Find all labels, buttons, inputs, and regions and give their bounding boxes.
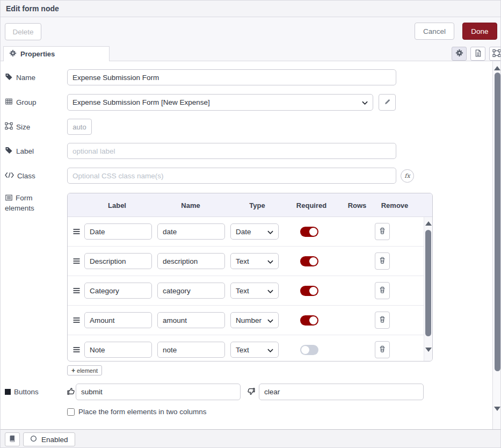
element-name-input[interactable]	[157, 223, 225, 240]
remove-element-button[interactable]	[375, 341, 390, 358]
label-input[interactable]	[67, 143, 396, 159]
required-toggle[interactable]	[300, 286, 318, 296]
element-row: Text	[68, 247, 425, 276]
book-icon	[9, 435, 16, 444]
element-type-select[interactable]: Number	[230, 312, 279, 328]
drag-handle-icon[interactable]	[72, 317, 81, 323]
element-type-select[interactable]: Date	[230, 223, 279, 240]
col-header-label: Label	[108, 201, 126, 209]
appearance-icon	[492, 49, 501, 59]
list-icon	[5, 194, 13, 201]
buttons-field-label: Buttons	[5, 384, 65, 400]
enabled-label: Enabled	[41, 436, 68, 444]
chevron-down-icon	[267, 228, 273, 236]
table-scrollbar[interactable]	[424, 217, 432, 362]
required-toggle[interactable]	[300, 256, 318, 266]
name-field-label: Name	[5, 69, 65, 85]
element-row: Number	[68, 306, 425, 335]
thumbs-down-icon	[246, 387, 256, 396]
element-name-input[interactable]	[157, 283, 225, 299]
plus-icon: +	[71, 367, 75, 374]
col-header-required: Required	[296, 201, 326, 209]
clear-button-input[interactable]	[259, 384, 424, 400]
appearance-tab-button[interactable]	[489, 47, 501, 61]
trash-icon	[379, 227, 386, 236]
status-circle-icon	[30, 435, 37, 444]
chevron-down-icon	[267, 346, 273, 354]
scroll-up-icon[interactable]	[494, 66, 500, 70]
drag-handle-icon[interactable]	[72, 287, 81, 294]
scroll-up-icon[interactable]	[425, 221, 432, 226]
chevron-down-icon	[267, 287, 273, 295]
class-input[interactable]	[67, 168, 396, 184]
element-type-value: Date	[236, 228, 251, 236]
element-label-input[interactable]	[84, 312, 152, 328]
element-type-select[interactable]: Text	[230, 342, 279, 358]
enabled-toggle-button[interactable]: Enabled	[23, 432, 75, 446]
two-columns-checkbox[interactable]	[67, 408, 75, 416]
properties-tab-button[interactable]	[452, 47, 467, 61]
element-row: Text	[68, 335, 425, 362]
element-label-input[interactable]	[84, 283, 152, 299]
element-type-select[interactable]: Text	[230, 253, 279, 269]
done-button[interactable]: Done	[462, 23, 497, 40]
required-toggle[interactable]	[300, 227, 318, 237]
dialog-footer: Enabled	[1, 429, 500, 448]
submit-button-input[interactable]	[76, 384, 241, 400]
scroll-down-icon[interactable]	[494, 407, 500, 411]
element-type-value: Text	[236, 257, 249, 265]
trash-icon	[379, 286, 386, 295]
table-icon	[5, 98, 13, 107]
form-elements-label: Form elements	[5, 193, 46, 213]
thumbs-up-icon	[67, 387, 76, 396]
drag-handle-icon[interactable]	[72, 228, 81, 235]
remove-element-button[interactable]	[375, 223, 390, 240]
tab-properties[interactable]: Properties	[3, 46, 110, 61]
group-select[interactable]: Expense Submission Form [New Expense]	[67, 94, 373, 111]
size-auto-button[interactable]: auto	[67, 119, 92, 135]
element-label-input[interactable]	[84, 253, 152, 269]
two-columns-option[interactable]: Place the form elements in two columns	[67, 408, 207, 416]
drag-handle-icon[interactable]	[72, 346, 81, 353]
element-label-input[interactable]	[84, 223, 152, 240]
remove-element-button[interactable]	[375, 252, 390, 270]
object-group-icon	[5, 122, 13, 132]
node-help-button[interactable]	[5, 432, 20, 446]
two-columns-label: Place the form elements in two columns	[78, 408, 207, 416]
pencil-icon	[384, 98, 391, 107]
group-field-label: Group	[5, 94, 65, 110]
element-name-input[interactable]	[157, 312, 225, 328]
remove-element-button[interactable]	[375, 312, 390, 329]
main-scrollbar[interactable]	[492, 61, 501, 429]
element-name-input[interactable]	[157, 253, 225, 269]
element-label-input[interactable]	[84, 342, 152, 358]
square-icon	[5, 389, 11, 395]
element-row: Date	[68, 217, 425, 247]
element-name-input[interactable]	[157, 342, 225, 358]
add-element-button[interactable]: + element	[67, 365, 102, 375]
trash-icon	[379, 256, 386, 266]
form-elements-table: Label Name Type Required Rows Remove Dat…	[67, 193, 433, 362]
element-row: Text	[68, 276, 425, 306]
code-icon	[5, 172, 14, 180]
document-icon	[474, 49, 482, 59]
required-toggle[interactable]	[300, 315, 318, 326]
cancel-button[interactable]: Cancel	[415, 23, 454, 40]
main-scrollbar-thumb[interactable]	[495, 73, 500, 371]
delete-button[interactable]: Delete	[5, 23, 41, 40]
drag-handle-icon[interactable]	[72, 258, 81, 264]
element-type-select[interactable]: Text	[230, 283, 279, 299]
edit-group-button[interactable]	[379, 94, 396, 111]
element-rows: Date Text	[68, 217, 425, 362]
table-header: Label Name Type Required Rows Remove	[68, 193, 432, 217]
fx-dynamic-button[interactable]: fx	[401, 169, 414, 183]
required-toggle[interactable]	[300, 345, 318, 355]
element-type-value: Number	[236, 316, 262, 324]
col-header-remove: Remove	[381, 201, 409, 209]
description-tab-button[interactable]	[470, 47, 485, 61]
col-header-name: Name	[181, 201, 200, 209]
remove-element-button[interactable]	[375, 282, 390, 299]
table-scrollbar-thumb[interactable]	[425, 230, 431, 336]
scroll-down-icon[interactable]	[425, 348, 432, 352]
name-input[interactable]	[67, 69, 396, 85]
